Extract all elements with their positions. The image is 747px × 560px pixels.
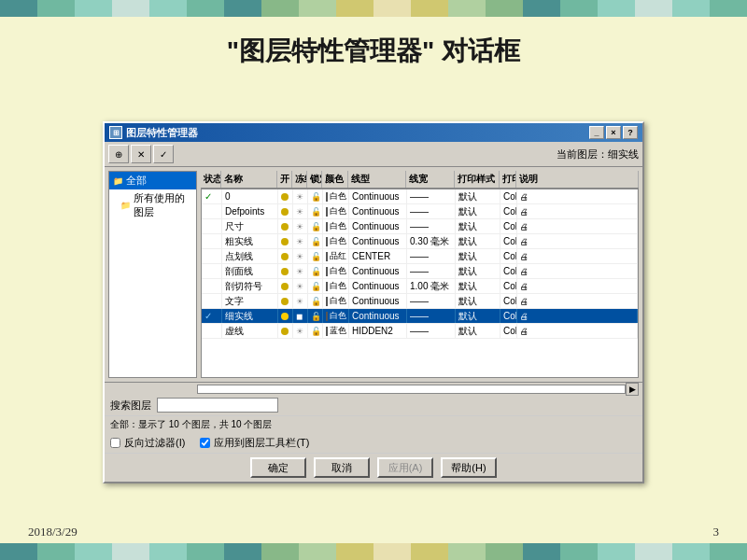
new-layer-button[interactable]: ⊕ [108, 145, 129, 163]
cell-linewidth: 1.00 毫米 [407, 279, 456, 293]
layer-tree-panel[interactable]: 📁 全部 📁 所有使用的图层 [108, 171, 197, 378]
cell-freeze: ☀ [293, 294, 308, 308]
cell-linetype: Continuous [349, 219, 407, 233]
cell-linetype: Continuous [349, 189, 407, 203]
cell-status: ✓ [202, 309, 222, 323]
cell-print-style: 默认 [456, 324, 500, 338]
cell-freeze: ☀ [293, 264, 308, 278]
cell-print-style: 默认 [456, 294, 500, 308]
cell-note: 🖨 [517, 204, 638, 218]
reverse-filter-label: 反向过滤器(I) [124, 436, 185, 450]
scroll-right-button[interactable]: ▶ [626, 383, 639, 396]
layer-row-current[interactable]: ✓ 细实线 ◼ 🔓 白色 Continuous —— 默认 Color_- 🖨 [202, 309, 638, 324]
dialog-toolbar: ⊕ ✕ ✓ 当前图层：细实线 [105, 142, 642, 167]
search-label: 搜索图层 [110, 399, 151, 413]
apply-toolbar-checkbox[interactable] [200, 438, 210, 448]
close-button[interactable]: × [606, 126, 621, 139]
layer-properties-dialog: ⊞ 图层特性管理器 _ × ? ⊕ ✕ ✓ 当前图层：细实线 📁 全部 📁 [103, 121, 644, 483]
cell-status [202, 249, 222, 263]
set-current-button[interactable]: ✓ [153, 145, 174, 163]
search-input[interactable] [157, 398, 278, 413]
cell-color: 白色 [323, 294, 349, 308]
cell-on [278, 219, 293, 233]
minimize-button[interactable]: _ [589, 126, 604, 139]
cell-status [202, 219, 222, 233]
layer-row[interactable]: Defpoints ☀ 🔓 白色 Continuous —— 默认 Color_… [202, 204, 638, 219]
reverse-filter-checkbox[interactable] [110, 438, 120, 448]
cell-color: 白色 [323, 189, 349, 203]
cell-note: 🖨 [517, 279, 638, 293]
help-dialog-button[interactable]: 帮助(H) [441, 457, 497, 478]
cell-lock: 🔓 [308, 204, 323, 218]
layer-row[interactable]: 剖切符号 ☀ 🔓 白色 Continuous 1.00 毫米 默认 Color_… [202, 279, 638, 294]
cell-on [278, 279, 293, 293]
layer-row[interactable]: ✓ 0 ☀ 🔓 白色 Continuous —— 默认 Color_7 🖨 [202, 189, 638, 204]
cell-on [278, 234, 293, 248]
cell-lock: 🔓 [308, 234, 323, 248]
cell-lock: 🔓 [308, 249, 323, 263]
layer-row[interactable]: 尺寸 ☀ 🔓 白色 Continuous —— 默认 Color_7 🖨 [202, 219, 638, 234]
footer-page-number: 3 [713, 525, 720, 539]
cell-color: 白色 [323, 234, 349, 248]
col-header-status: 状态 [201, 171, 221, 188]
cell-note: 🖨 [517, 324, 638, 338]
cell-freeze: ☀ [293, 189, 308, 203]
col-header-name: 名称 [221, 171, 277, 188]
cell-print-style: 默认 [456, 279, 500, 293]
titlebar-buttons: _ × ? [589, 126, 638, 139]
cell-print-style: 默认 [456, 249, 500, 263]
help-button[interactable]: ? [623, 126, 638, 139]
cell-print: Color_7 [500, 219, 517, 233]
delete-layer-button[interactable]: ✕ [131, 145, 151, 163]
cell-print-style: 默认 [456, 204, 500, 218]
tree-folder-icon-2: 📁 [120, 201, 131, 210]
cell-freeze: ☀ [293, 324, 308, 338]
col-header-print: 打印 [500, 171, 516, 188]
cell-color: 白色 [323, 309, 349, 323]
scroll-bar-track[interactable] [197, 385, 626, 394]
current-layer-info: 当前图层：细实线 [549, 147, 639, 161]
tree-item-all-layers[interactable]: 📁 所有使用的图层 [109, 189, 196, 221]
cell-on [278, 189, 293, 203]
cell-linewidth: —— [407, 219, 456, 233]
cell-linetype: HIDDEN2 [349, 324, 407, 338]
cancel-button[interactable]: 取消 [314, 457, 370, 478]
table-header: 状态 名称 开 冻结 锁定 颜色 线型 线宽 打印样式 打印 说明 [201, 171, 639, 189]
layer-row[interactable]: 粗实线 ☀ 🔓 白色 Continuous 0.30 毫米 默认 Color_7… [202, 234, 638, 249]
cell-name: 剖面线 [222, 264, 278, 278]
apply-button[interactable]: 应用(A) [377, 457, 433, 478]
cell-name: 剖切符号 [222, 279, 278, 293]
layers-panel: 状态 名称 开 冻结 锁定 颜色 线型 线宽 打印样式 打印 说明 ✓ 0 [201, 171, 639, 378]
cell-freeze: ☀ [293, 219, 308, 233]
col-header-linetype: 线型 [348, 171, 406, 188]
layer-row[interactable]: 虚线 ☀ 🔓 蓝色 HIDDEN2 —— 默认 Color_5 🖨 [202, 324, 638, 339]
cell-print: Color_7 [500, 294, 517, 308]
col-header-on: 开 [277, 171, 292, 188]
col-header-freeze: 冻结 [292, 171, 307, 188]
cell-print-style: 默认 [456, 309, 500, 323]
col-header-color: 颜色 [322, 171, 348, 188]
cell-on [278, 309, 293, 323]
cell-on [278, 264, 293, 278]
cell-linewidth: —— [407, 294, 456, 308]
cell-linetype: Continuous [349, 234, 407, 248]
tree-item-all[interactable]: 📁 全部 [109, 172, 196, 189]
layer-count-status: 全部：显示了 10 个图层，共 10 个图层 [105, 415, 642, 433]
cell-linewidth: —— [407, 189, 456, 203]
cell-print: Color_5 [500, 324, 517, 338]
cell-linewidth: —— [407, 249, 456, 263]
cell-print-style: 默认 [456, 264, 500, 278]
horizontal-scrollbar[interactable]: ▶ [105, 382, 642, 395]
layer-row[interactable]: 文字 ☀ 🔓 白色 Continuous —— 默认 Color_7 🖨 [202, 294, 638, 309]
cell-status [202, 264, 222, 278]
ok-button[interactable]: 确定 [250, 457, 306, 478]
col-header-linewidth: 线宽 [406, 171, 455, 188]
layer-row[interactable]: 点划线 ☀ 🔓 品红 CENTER —— 默认 Color_6 🖨 [202, 249, 638, 264]
cell-name: 点划线 [222, 249, 278, 263]
cell-lock: 🔓 [308, 294, 323, 308]
cell-color: 白色 [323, 279, 349, 293]
layer-row[interactable]: 剖面线 ☀ 🔓 白色 Continuous —— 默认 Color_7 🖨 [202, 264, 638, 279]
current-layer-label: 当前图层：细实线 [557, 148, 639, 160]
layers-table-body[interactable]: ✓ 0 ☀ 🔓 白色 Continuous —— 默认 Color_7 🖨 De… [201, 189, 639, 378]
cell-note: 🖨 [517, 234, 638, 248]
